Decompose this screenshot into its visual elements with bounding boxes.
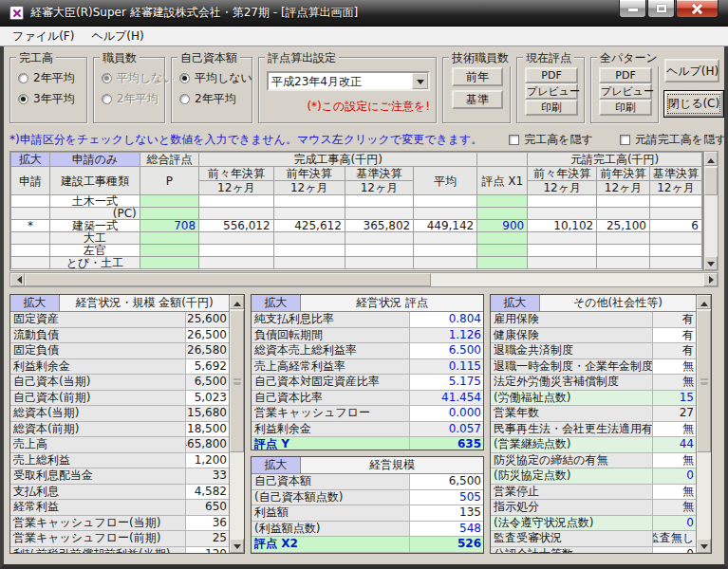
panel-vertical-scrollbar[interactable]	[229, 295, 244, 553]
panel-row[interactable]: 売上高465,800	[10, 437, 229, 453]
grid-cell-y2[interactable]	[199, 232, 274, 245]
grid-cell-x1[interactable]	[477, 232, 528, 245]
panel-row[interactable]: 利益額135	[252, 505, 483, 522]
panel-row[interactable]: 支払利息4,582	[10, 485, 229, 501]
expand-button[interactable]: 拡大	[252, 457, 301, 473]
score-setting-select[interactable]: 平成23年4月改正	[267, 71, 430, 91]
grid-cell-x1[interactable]	[477, 195, 528, 208]
panel-row[interactable]: 売上総利益1,200	[10, 453, 229, 469]
scroll-track[interactable]	[697, 452, 711, 539]
grid-cell-base[interactable]: 365,802	[345, 220, 413, 232]
chevron-down-icon[interactable]	[412, 73, 428, 89]
grid-cell-y1[interactable]	[273, 232, 345, 245]
panel-row[interactable]: (法令遵守状況点数)0	[491, 516, 696, 532]
hide-sales-checkbox[interactable]: 完工高を隠す	[509, 132, 593, 148]
grid-cell-py2[interactable]: 10,102	[528, 220, 597, 232]
grid-cell-x1[interactable]	[477, 257, 528, 269]
grid-cell-y2[interactable]	[199, 195, 274, 208]
app-icon[interactable]	[9, 6, 24, 20]
scroll-down-button[interactable]	[704, 256, 718, 270]
close-screen-button[interactable]: 閉じる(C)	[664, 91, 723, 117]
grid-cell-y1[interactable]	[273, 195, 345, 208]
close-button[interactable]	[676, 0, 719, 18]
panel-row[interactable]: (利益額点数)548	[252, 522, 483, 538]
grid-cell-pb[interactable]	[649, 257, 701, 269]
panel-row[interactable]: 退職金共済制度有	[491, 343, 696, 359]
expand-button[interactable]: 拡大	[252, 295, 301, 311]
expand-button[interactable]: 拡大	[10, 295, 60, 311]
grid-cell-apply[interactable]	[11, 257, 50, 269]
panel-row[interactable]: 純支払利息比率0.804	[252, 312, 483, 328]
panel-row[interactable]: 経常利益650	[10, 500, 229, 516]
grid-vertical-scrollbar[interactable]	[703, 151, 719, 271]
menu-file[interactable]: ファイル(F)	[4, 27, 83, 46]
grid-cell-base[interactable]	[345, 208, 413, 220]
grid-cell-pb[interactable]: 6	[649, 220, 701, 232]
panel-row[interactable]: (営業継続点数)44	[491, 437, 696, 453]
grid-cell-p[interactable]: 708	[140, 220, 198, 232]
grid-cell-py1[interactable]	[597, 257, 650, 269]
grid-cell-apply[interactable]	[11, 232, 50, 245]
grid-cell-p[interactable]	[140, 232, 198, 245]
expand-header-button[interactable]: 拡大	[11, 153, 50, 167]
scroll-up-button[interactable]	[697, 295, 711, 309]
current-pdf-button[interactable]: PDF	[525, 67, 578, 83]
scroll-up-button[interactable]	[704, 152, 718, 166]
expand-button[interactable]: 拡大	[491, 295, 540, 311]
grid-cell-py1[interactable]	[597, 208, 650, 220]
radio-sales-2yr[interactable]: 2年平均	[18, 67, 81, 88]
grid-cell-avg[interactable]	[414, 232, 477, 245]
panel-row[interactable]: (防災協定点数)0	[491, 468, 696, 485]
grid-cell-base[interactable]	[345, 232, 413, 245]
grid-cell-p[interactable]	[140, 257, 198, 269]
panel-row[interactable]: 営業キャッシュフロー0.000	[252, 406, 483, 422]
panel-row[interactable]: 固定資産25,600	[10, 312, 229, 328]
grid-cell-y2[interactable]: 556,012	[199, 220, 274, 232]
panel-row[interactable]: 営業キャッシュフロー(当期)36	[10, 516, 229, 532]
panel-vertical-scrollbar[interactable]	[696, 295, 711, 553]
scroll-down-button[interactable]	[697, 539, 711, 553]
pattern-preview-button[interactable]: プレビュー	[599, 83, 652, 100]
panel-row[interactable]: 自己資本(当期)6,500	[10, 375, 229, 391]
grid-cell-y2[interactable]	[199, 257, 274, 269]
scroll-thumb[interactable]	[697, 310, 711, 452]
grid-cell-base[interactable]	[345, 257, 413, 269]
grid-cell-type[interactable]: 左官	[50, 245, 140, 257]
panel-row[interactable]: 雇用保険有	[491, 312, 696, 328]
scroll-thumb[interactable]	[25, 273, 431, 286]
panel-row[interactable]: 民事再生法・会社更生法適用有無無	[491, 422, 696, 438]
pattern-pdf-button[interactable]: PDF	[599, 67, 652, 83]
panel-row[interactable]: 受取利息配当金33	[10, 468, 229, 485]
panel-row[interactable]: 総資本(当期)15,680	[10, 406, 229, 422]
grid-cell-x1[interactable]	[477, 245, 528, 257]
scroll-left-button[interactable]	[10, 273, 25, 286]
grid-cell-apply[interactable]	[11, 195, 50, 208]
grid-cell-py2[interactable]	[528, 245, 597, 257]
help-button[interactable]: ヘルプ(H)	[664, 59, 719, 83]
grid-cell-base[interactable]	[345, 195, 413, 208]
panel-row[interactable]: (自己資本額点数)505	[252, 490, 483, 506]
panel-row[interactable]: 指示処分無	[491, 500, 696, 516]
scroll-down-button[interactable]	[230, 539, 244, 553]
base-button[interactable]: 基準	[452, 90, 503, 109]
grid-cell-x1[interactable]: 900	[477, 220, 528, 232]
grid-cell-type[interactable]: (PC)	[50, 208, 140, 220]
panel-row[interactable]: 売上高経常利益率0.115	[252, 359, 483, 376]
title-bar[interactable]: 経審大臣(R)Super 経審建設株式会社・第27期 - [評点算出画面]	[0, 0, 728, 27]
grid-cell-py1[interactable]	[597, 195, 650, 208]
current-print-button[interactable]: 印刷	[525, 100, 578, 116]
grid-cell-pb[interactable]	[649, 232, 701, 245]
panel-row[interactable]: 営業キャッシュフロー(前期)25	[10, 531, 229, 547]
panel-row[interactable]: 評点 Y635	[252, 437, 483, 450]
grid-cell-avg[interactable]	[414, 208, 477, 220]
grid-cell-py1[interactable]	[597, 232, 650, 245]
grid-horizontal-scrollbar[interactable]	[9, 272, 719, 287]
panel-row[interactable]: 利益剰余金0.057	[252, 422, 483, 438]
panel-row[interactable]: 利益剰余金5,692	[10, 359, 229, 376]
grid-cell-y2[interactable]	[199, 245, 274, 257]
hide-prime-checkbox[interactable]: 元請完工高を隠す	[620, 132, 724, 148]
grid-cell-pb[interactable]	[649, 245, 701, 257]
radio-sales-3yr[interactable]: 3年平均	[18, 88, 81, 109]
grid-cell-y2[interactable]	[199, 208, 274, 220]
grid-cell-py2[interactable]	[528, 208, 597, 220]
